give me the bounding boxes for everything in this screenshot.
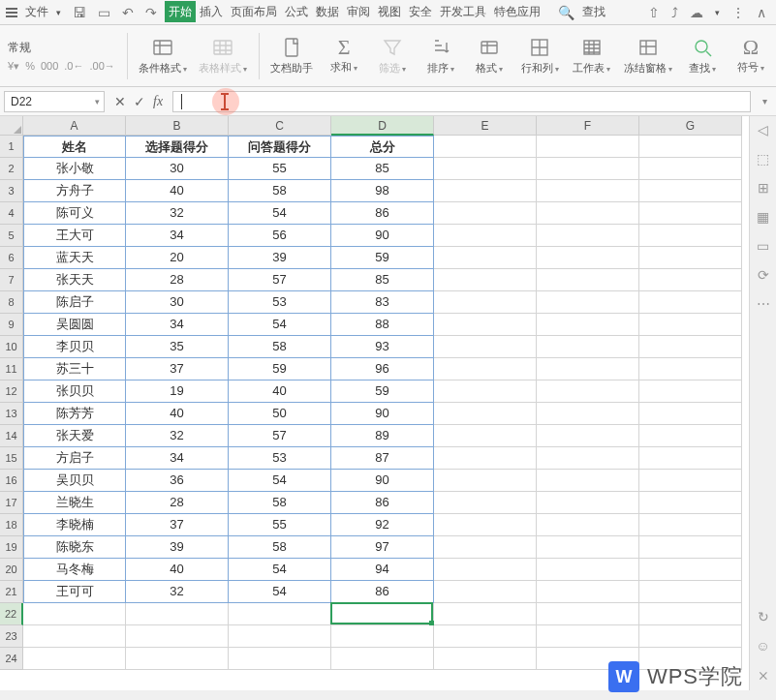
comma-icon[interactable]: 000 <box>41 60 58 72</box>
cell-A24[interactable] <box>23 648 126 670</box>
cell-C24[interactable] <box>229 648 331 670</box>
cell-G21[interactable] <box>639 581 742 603</box>
row-header-21[interactable]: 21 <box>0 581 23 603</box>
cell-C8[interactable]: 53 <box>229 291 331 314</box>
menu-tab-7[interactable]: 安全 <box>405 1 436 22</box>
cell-B3[interactable]: 40 <box>126 180 229 202</box>
cell-D24[interactable] <box>331 648 434 670</box>
cell-A20[interactable]: 马冬梅 <box>23 559 126 581</box>
symbol-button[interactable]: Ω 符号▾ <box>729 33 772 78</box>
cell-B7[interactable]: 28 <box>126 269 229 291</box>
cell-B15[interactable]: 34 <box>126 447 229 470</box>
search-label[interactable]: 查找 <box>582 4 605 20</box>
row-header-4[interactable]: 4 <box>0 202 23 225</box>
menu-tab-6[interactable]: 视图 <box>374 1 405 22</box>
cell-C6[interactable]: 39 <box>229 247 331 269</box>
row-header-11[interactable]: 11 <box>0 358 23 380</box>
cell-G23[interactable] <box>639 625 742 648</box>
cell-D22[interactable] <box>331 603 434 625</box>
cell-A11[interactable]: 苏三十 <box>23 358 126 380</box>
cell-E18[interactable] <box>434 514 537 536</box>
cell-B6[interactable]: 20 <box>126 247 229 269</box>
file-menu[interactable]: 文件 <box>25 4 48 20</box>
cell-E4[interactable] <box>434 202 537 225</box>
cell-F17[interactable] <box>537 492 639 514</box>
currency-icon[interactable]: ¥▾ <box>8 60 19 73</box>
cell-C16[interactable]: 54 <box>229 470 331 492</box>
col-header-B[interactable]: B <box>126 116 229 136</box>
cell-D18[interactable]: 92 <box>331 514 434 536</box>
rows-cols-button[interactable]: 行和列▾ <box>516 32 563 79</box>
cell-C4[interactable]: 54 <box>229 202 331 225</box>
cell-D17[interactable]: 86 <box>331 492 434 514</box>
cell-E11[interactable] <box>434 358 537 380</box>
worksheet-button[interactable]: 工作表▾ <box>569 32 615 79</box>
cell-A5[interactable]: 王大可 <box>23 225 126 247</box>
side-triangle-icon[interactable]: ◁ <box>758 122 768 137</box>
cell-E19[interactable] <box>434 536 537 559</box>
cell-G18[interactable] <box>639 514 742 536</box>
cell-E22[interactable] <box>434 603 537 625</box>
menu-tab-3[interactable]: 公式 <box>281 1 312 22</box>
cell-D23[interactable] <box>331 625 434 648</box>
cell-E7[interactable] <box>434 269 537 291</box>
cell-E6[interactable] <box>434 247 537 269</box>
cell-A17[interactable]: 兰晓生 <box>23 492 126 514</box>
cell-G2[interactable] <box>639 158 742 180</box>
cell-E15[interactable] <box>434 447 537 470</box>
cell-C5[interactable]: 56 <box>229 225 331 247</box>
cell-F23[interactable] <box>537 625 639 648</box>
menu-tab-2[interactable]: 页面布局 <box>227 1 281 22</box>
cell-A12[interactable]: 张贝贝 <box>23 380 126 403</box>
cell-G1[interactable] <box>639 136 742 158</box>
more-icon[interactable]: ⋮ <box>728 5 749 20</box>
cell-D16[interactable]: 90 <box>331 470 434 492</box>
row-header-18[interactable]: 18 <box>0 514 23 536</box>
cell-D9[interactable]: 88 <box>331 314 434 336</box>
cell-C19[interactable]: 58 <box>229 536 331 559</box>
row-header-8[interactable]: 8 <box>0 291 23 314</box>
cell-F5[interactable] <box>537 225 639 247</box>
cell-C2[interactable]: 55 <box>229 158 331 180</box>
cell-D14[interactable]: 89 <box>331 425 434 447</box>
search-icon[interactable]: 🔍 <box>554 5 578 20</box>
cell-F7[interactable] <box>537 269 639 291</box>
row-header-22[interactable]: 22 <box>0 603 23 625</box>
cell-C23[interactable] <box>229 625 331 648</box>
cell-B13[interactable]: 40 <box>126 403 229 425</box>
undo-icon[interactable]: ↶ <box>118 5 138 20</box>
cell-E8[interactable] <box>434 291 537 314</box>
cell-A9[interactable]: 吴圆圆 <box>23 314 126 336</box>
row-header-23[interactable]: 23 <box>0 625 23 648</box>
row-header-2[interactable]: 2 <box>0 158 23 180</box>
row-header-9[interactable]: 9 <box>0 314 23 336</box>
cell-E5[interactable] <box>434 225 537 247</box>
menu-tab-0[interactable]: 开始 <box>165 1 196 22</box>
cell-F6[interactable] <box>537 247 639 269</box>
cell-F12[interactable] <box>537 380 639 403</box>
cell-E20[interactable] <box>434 559 537 581</box>
cell-E9[interactable] <box>434 314 537 336</box>
row-header-16[interactable]: 16 <box>0 470 23 492</box>
cell-G17[interactable] <box>639 492 742 514</box>
cell-E24[interactable] <box>434 648 537 670</box>
cell-E10[interactable] <box>434 336 537 358</box>
cell-B10[interactable]: 35 <box>126 336 229 358</box>
cell-A23[interactable] <box>23 625 126 648</box>
row-header-14[interactable]: 14 <box>0 425 23 447</box>
cell-G13[interactable] <box>639 403 742 425</box>
cancel-edit-icon[interactable]: ✕ <box>114 94 126 109</box>
cell-A7[interactable]: 张天天 <box>23 269 126 291</box>
cell-G7[interactable] <box>639 269 742 291</box>
confirm-edit-icon[interactable]: ✓ <box>134 94 145 109</box>
cell-D12[interactable]: 59 <box>331 380 434 403</box>
row-header-24[interactable]: 24 <box>0 648 23 670</box>
name-box-dropdown-icon[interactable]: ▾ <box>95 97 100 107</box>
cell-C10[interactable]: 58 <box>229 336 331 358</box>
cell-C14[interactable]: 57 <box>229 425 331 447</box>
cell-E17[interactable] <box>434 492 537 514</box>
cell-F21[interactable] <box>537 581 639 603</box>
select-all-corner[interactable] <box>0 116 23 136</box>
filter-button[interactable]: 筛选▾ <box>371 32 414 79</box>
cell-B1[interactable]: 选择题得分 <box>126 136 229 158</box>
